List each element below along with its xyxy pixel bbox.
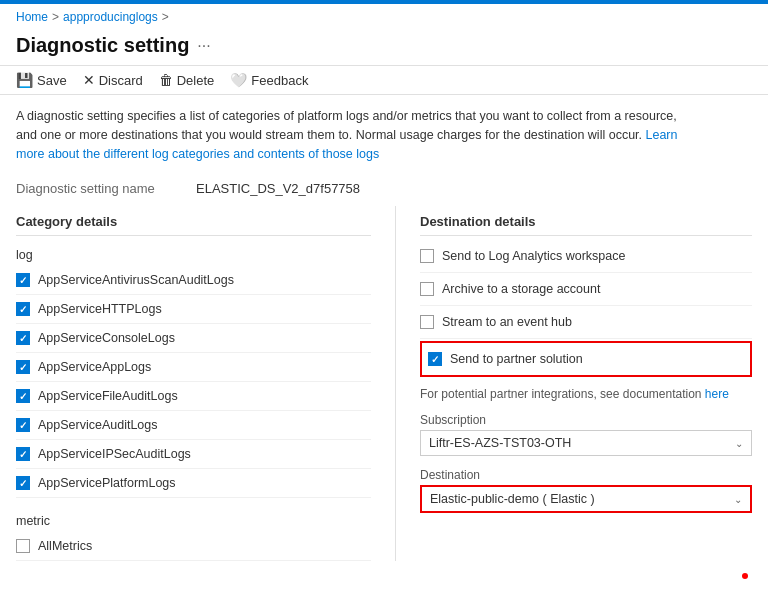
log-item-label: AppServiceHTTPLogs bbox=[38, 302, 162, 316]
destination-item-checkbox[interactable] bbox=[420, 249, 434, 263]
destination-item-checkbox[interactable] bbox=[420, 282, 434, 296]
partner-note: For potential partner integrations, see … bbox=[420, 379, 752, 405]
log-item[interactable]: AppServiceIPSecAuditLogs bbox=[16, 440, 371, 469]
feedback-button[interactable]: 🤍 Feedback bbox=[230, 72, 308, 88]
log-item-label: AppServiceAuditLogs bbox=[38, 418, 158, 432]
destination-item-checkbox[interactable] bbox=[428, 352, 442, 366]
log-item-checkbox[interactable] bbox=[16, 418, 30, 432]
log-item-checkbox[interactable] bbox=[16, 389, 30, 403]
subscription-select[interactable]: Liftr-ES-AZS-TST03-OTH ⌄ bbox=[420, 430, 752, 456]
log-item[interactable]: AppServiceAuditLogs bbox=[16, 411, 371, 440]
log-item[interactable]: AppServiceHTTPLogs bbox=[16, 295, 371, 324]
more-options-icon[interactable]: ··· bbox=[197, 37, 210, 55]
metric-section: metric AllMetrics bbox=[16, 506, 371, 561]
log-item-checkbox[interactable] bbox=[16, 331, 30, 345]
metric-item-checkbox[interactable] bbox=[16, 539, 30, 553]
log-item-checkbox[interactable] bbox=[16, 360, 30, 374]
partner-note-text: For potential partner integrations, see … bbox=[420, 387, 702, 401]
subscription-value: Liftr-ES-AZS-TST03-OTH bbox=[429, 436, 571, 450]
destination-item-label: Stream to an event hub bbox=[442, 315, 572, 329]
log-item-label: AppServiceIPSecAuditLogs bbox=[38, 447, 191, 461]
red-dot-indicator bbox=[742, 573, 748, 579]
destination-item[interactable]: Send to partner solution bbox=[420, 341, 752, 377]
log-item-checkbox[interactable] bbox=[16, 476, 30, 490]
log-item[interactable]: AppServiceAntivirusScanAuditLogs bbox=[16, 266, 371, 295]
destination-label: Destination bbox=[420, 468, 752, 482]
destination-item-label: Archive to a storage account bbox=[442, 282, 600, 296]
breadcrumb: Home > appproducinglogs > bbox=[0, 4, 768, 30]
log-item-label: AppServiceConsoleLogs bbox=[38, 331, 175, 345]
feedback-icon: 🤍 bbox=[230, 72, 247, 88]
destination-value: Elastic-public-demo ( Elastic ) bbox=[430, 492, 595, 506]
setting-name-row: Diagnostic setting name ELASTIC_DS_V2_d7… bbox=[0, 175, 768, 206]
save-button[interactable]: 💾 Save bbox=[16, 72, 67, 88]
right-panel: Destination details Send to Log Analytic… bbox=[396, 206, 752, 561]
save-label: Save bbox=[37, 73, 67, 88]
destination-select[interactable]: Elastic-public-demo ( Elastic ) ⌄ bbox=[420, 485, 752, 513]
log-item[interactable]: AppServiceConsoleLogs bbox=[16, 324, 371, 353]
page-title-section: Diagnostic setting ··· bbox=[0, 30, 768, 65]
log-section-title: log bbox=[16, 240, 371, 266]
breadcrumb-sep2: > bbox=[162, 10, 169, 24]
log-item-label: AppServiceFileAuditLogs bbox=[38, 389, 178, 403]
log-item-label: AppServicePlatformLogs bbox=[38, 476, 176, 490]
destination-item[interactable]: Archive to a storage account bbox=[420, 273, 752, 306]
delete-label: Delete bbox=[177, 73, 215, 88]
partner-doc-link[interactable]: here bbox=[705, 387, 729, 401]
breadcrumb-home[interactable]: Home bbox=[16, 10, 48, 24]
save-icon: 💾 bbox=[16, 72, 33, 88]
feedback-label: Feedback bbox=[251, 73, 308, 88]
subscription-field: Subscription Liftr-ES-AZS-TST03-OTH ⌄ bbox=[420, 413, 752, 456]
log-item[interactable]: AppServiceAppLogs bbox=[16, 353, 371, 382]
discard-label: Discard bbox=[99, 73, 143, 88]
breadcrumb-resource[interactable]: appproducinglogs bbox=[63, 10, 158, 24]
destination-item[interactable]: Send to Log Analytics workspace bbox=[420, 240, 752, 273]
setting-name-label: Diagnostic setting name bbox=[16, 181, 196, 196]
destination-item[interactable]: Stream to an event hub bbox=[420, 306, 752, 339]
metric-section-title: metric bbox=[16, 506, 371, 532]
info-text: A diagnostic setting specifies a list of… bbox=[16, 109, 677, 142]
destination-chevron-icon: ⌄ bbox=[734, 494, 742, 505]
destination-item-checkbox[interactable] bbox=[420, 315, 434, 329]
log-item-checkbox[interactable] bbox=[16, 302, 30, 316]
log-item-checkbox[interactable] bbox=[16, 273, 30, 287]
left-panel: Category details log AppServiceAntivirus… bbox=[16, 206, 396, 561]
main-content: Category details log AppServiceAntivirus… bbox=[0, 206, 768, 561]
destination-items-list: Send to Log Analytics workspaceArchive t… bbox=[420, 240, 752, 377]
breadcrumb-sep1: > bbox=[52, 10, 59, 24]
metric-item-label: AllMetrics bbox=[38, 539, 92, 553]
log-items-list: AppServiceAntivirusScanAuditLogsAppServi… bbox=[16, 266, 371, 498]
subscription-label: Subscription bbox=[420, 413, 752, 427]
metric-items-list: AllMetrics bbox=[16, 532, 371, 561]
log-item-label: AppServiceAntivirusScanAuditLogs bbox=[38, 273, 234, 287]
category-details-title: Category details bbox=[16, 206, 371, 236]
delete-button[interactable]: 🗑 Delete bbox=[159, 72, 215, 88]
setting-name-value: ELASTIC_DS_V2_d7f57758 bbox=[196, 181, 360, 196]
log-item[interactable]: AppServiceFileAuditLogs bbox=[16, 382, 371, 411]
log-item-checkbox[interactable] bbox=[16, 447, 30, 461]
page-title: Diagnostic setting bbox=[16, 34, 189, 57]
toolbar: 💾 Save ✕ Discard 🗑 Delete 🤍 Feedback bbox=[0, 65, 768, 95]
log-item-label: AppServiceAppLogs bbox=[38, 360, 151, 374]
destination-details-title: Destination details bbox=[420, 206, 752, 236]
destination-item-label: Send to Log Analytics workspace bbox=[442, 249, 625, 263]
metric-item[interactable]: AllMetrics bbox=[16, 532, 371, 561]
delete-icon: 🗑 bbox=[159, 72, 173, 88]
destination-item-label: Send to partner solution bbox=[450, 352, 583, 366]
log-item[interactable]: AppServicePlatformLogs bbox=[16, 469, 371, 498]
discard-button[interactable]: ✕ Discard bbox=[83, 72, 143, 88]
subscription-chevron-icon: ⌄ bbox=[735, 438, 743, 449]
discard-icon: ✕ bbox=[83, 72, 95, 88]
destination-field: Destination Elastic-public-demo ( Elasti… bbox=[420, 468, 752, 513]
info-section: A diagnostic setting specifies a list of… bbox=[0, 95, 700, 175]
